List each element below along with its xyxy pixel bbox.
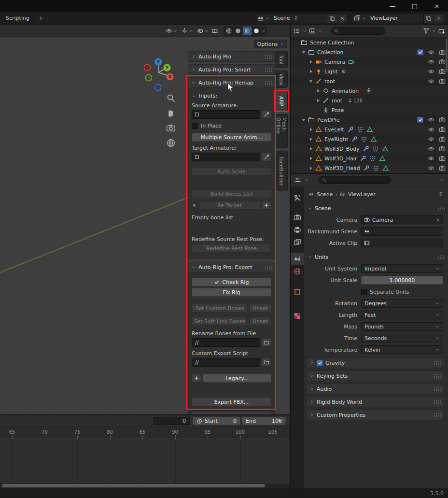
display-mode-icon[interactable] [309, 28, 316, 34]
3d-viewport[interactable]: Options ZYX Auto-Rig Pro A [0, 25, 290, 414]
hide-viewport-eye-icon[interactable] [428, 155, 434, 162]
hide-viewport-eye-icon[interactable] [428, 136, 434, 142]
scrollbar-thumb[interactable] [2, 484, 265, 487]
section-rigid-body-world[interactable]: Rigid Body World [306, 397, 444, 407]
panel-grip[interactable] [434, 400, 441, 404]
disable-render-camera-icon[interactable] [439, 165, 446, 171]
disable-render-camera-icon[interactable] [439, 78, 446, 85]
panel-grip[interactable] [434, 387, 441, 391]
properties-tab-render[interactable] [291, 211, 304, 224]
legacy-presets-button[interactable] [192, 374, 201, 383]
exclude-checkbox[interactable] [417, 117, 423, 123]
section-audio[interactable]: Audio [306, 384, 444, 394]
breadcrumb-scene[interactable]: Scene [317, 191, 333, 198]
add-workspace-button[interactable]: + [38, 14, 43, 22]
custom-script-path-field[interactable]: // [192, 358, 260, 367]
set-soft-link-bones-button[interactable]: Set Soft-Link Bones [192, 317, 248, 326]
mass-dropdown[interactable]: Pounds [361, 322, 443, 331]
hide-viewport-eye-icon[interactable] [428, 49, 434, 56]
hide-viewport-eye-icon[interactable] [428, 126, 434, 133]
outliner-row-pose[interactable]: Pose [291, 105, 448, 115]
close-button[interactable]: × [426, 0, 448, 12]
clear-icon[interactable] [435, 217, 440, 222]
properties-tab-world[interactable] [291, 265, 304, 278]
panel-grip[interactable] [265, 265, 272, 270]
temperature-dropdown[interactable]: Kelvin [361, 345, 443, 354]
browse-scene-button[interactable] [255, 14, 272, 23]
expand-arrow-icon[interactable] [315, 88, 321, 94]
panel-grip[interactable] [265, 81, 272, 85]
sidebar-tab-facebuilder[interactable]: FaceBuilder [275, 151, 288, 191]
target-armature-field[interactable] [192, 153, 260, 161]
navigation-gizmo[interactable]: ZYX [141, 55, 178, 92]
exclude-checkbox[interactable] [417, 49, 423, 55]
scene-section-header[interactable]: Scene [304, 203, 448, 213]
outliner-row-wolf3d-body[interactable]: Wolf3D_Body [291, 144, 448, 154]
outliner-editor-icon[interactable] [294, 28, 300, 34]
unlink-scene-button[interactable] [337, 14, 347, 23]
expand-arrow-icon[interactable] [308, 146, 314, 152]
check-rig-button[interactable]: Check Rig [192, 278, 271, 286]
visibility-dropdown[interactable] [165, 27, 179, 35]
section-checkbox[interactable] [317, 360, 323, 366]
source-eyedropper-button[interactable] [262, 110, 271, 119]
sidebar-tab-arp[interactable]: ARP [275, 91, 288, 111]
gizmos-dropdown[interactable] [180, 27, 194, 35]
hide-viewport-eye-icon[interactable] [428, 68, 434, 75]
panel-grip[interactable] [265, 68, 272, 72]
background-scene-field[interactable] [361, 227, 443, 236]
chevron-down-icon[interactable] [439, 178, 444, 183]
legacy-button[interactable]: Legacy... [203, 374, 271, 383]
xray-toggle[interactable] [211, 27, 220, 35]
expand-arrow-icon[interactable] [308, 127, 314, 132]
hide-viewport-eye-icon[interactable] [428, 58, 434, 65]
properties-search-input[interactable] [319, 176, 391, 184]
unit-system-dropdown[interactable]: Imperial [361, 264, 443, 273]
retarget-button[interactable]: Re-Target [199, 201, 260, 210]
outliner-row-collection[interactable]: Collection [291, 47, 448, 57]
pin-icon[interactable] [438, 191, 444, 197]
target-eyedropper-button[interactable] [262, 153, 271, 161]
shading-rendered-button[interactable] [252, 27, 261, 35]
disable-render-camera-icon[interactable] [439, 145, 446, 152]
chevron-down-icon[interactable] [302, 28, 307, 33]
hide-viewport-eye-icon[interactable] [428, 165, 434, 171]
current-frame-field[interactable]: 0 [154, 417, 190, 425]
source-armature-field[interactable] [192, 110, 260, 119]
multiple-source-anim-button[interactable]: Multiple Source Anim... [192, 133, 271, 142]
pan-tool-icon[interactable] [166, 108, 176, 118]
scene-name-field[interactable]: Scene [272, 15, 327, 21]
expand-arrow-icon[interactable] [315, 98, 321, 103]
inputs-subpanel-header[interactable]: Inputs: [192, 93, 271, 99]
length-dropdown[interactable]: Feet [361, 311, 443, 319]
disable-render-camera-icon[interactable] [439, 116, 446, 123]
section-keying-sets[interactable]: Keying Sets [306, 370, 444, 381]
disable-render-camera-icon[interactable] [439, 58, 446, 65]
panel-grip[interactable] [437, 206, 445, 211]
chevron-down-icon[interactable] [261, 28, 266, 33]
script-file-browse-button[interactable] [262, 358, 271, 367]
outliner-row-scene-collection[interactable]: Scene Collection [291, 38, 448, 47]
properties-tab-tool[interactable] [291, 192, 304, 204]
expand-arrow-icon[interactable] [308, 136, 314, 142]
auto-scale-button[interactable]: Auto Scale [192, 167, 271, 176]
breadcrumb-viewlayer[interactable]: ViewLayer [348, 191, 376, 198]
properties-tab-scene[interactable] [291, 253, 304, 265]
in-place-checkbox[interactable]: In Place [192, 123, 271, 129]
sidebar-tab-mesh-online[interactable]: Mesh Online [275, 114, 288, 148]
chevron-down-icon[interactable] [304, 178, 309, 183]
separate-units-checkbox[interactable] [361, 289, 367, 295]
chevron-down-icon[interactable] [432, 28, 436, 33]
redefine-rest-pose-button[interactable]: Redefine Rest Pose [192, 244, 271, 253]
section-custom-properties[interactable]: Custom Properties [306, 410, 444, 420]
outliner-row-light[interactable]: Light [291, 67, 448, 76]
unset-soft-link-bones-button[interactable]: Unset [249, 317, 271, 326]
outliner-row-camera[interactable]: Camera [291, 57, 448, 67]
frame-start-field[interactable]: Start 0 [193, 417, 240, 425]
rotation-dropdown[interactable]: Degrees [361, 299, 443, 308]
build-bones-list-button[interactable]: Build Bones List [192, 189, 271, 198]
properties-tab-view-layer[interactable] [291, 236, 304, 249]
new-viewlayer-button[interactable] [423, 14, 434, 23]
options-dropdown-button[interactable]: Options [254, 40, 287, 48]
browse-viewlayer-button[interactable] [351, 14, 369, 23]
